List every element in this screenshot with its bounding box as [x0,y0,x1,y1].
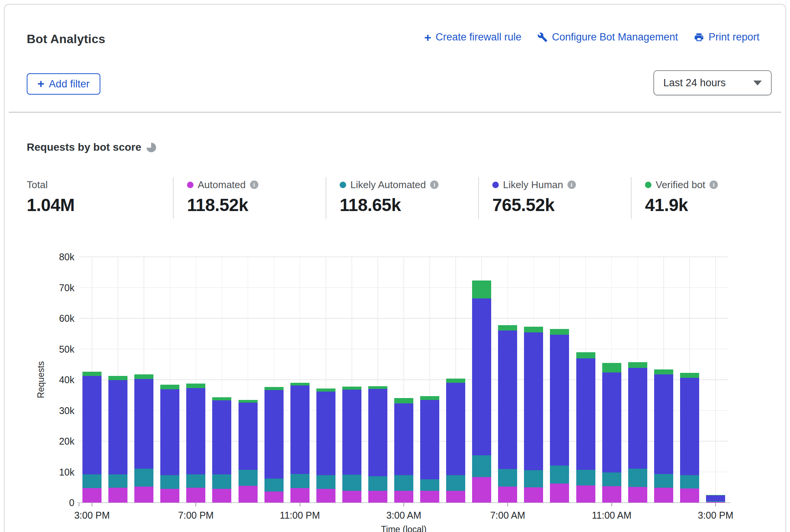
likely-automated-segment [446,475,465,491]
likely-automated-segment [239,470,258,486]
likely-human-segment [654,374,673,474]
likely-human-segment [524,332,543,470]
likely-human-segment [264,390,284,479]
likely-human-segment [108,380,127,474]
likely-automated-segment [602,472,621,486]
verified-bot-segment [394,398,413,403]
bar-8[interactable] [290,257,310,503]
bar-16[interactable] [498,257,517,503]
bar-23[interactable] [680,257,699,503]
x-tick-label: 11:00 AM [577,510,646,521]
verified-bot-segment [264,387,284,390]
likely-human-segment [628,368,647,469]
bar-17[interactable] [524,257,543,503]
bar-9[interactable] [316,257,335,503]
likely-human-segment [576,358,595,470]
x-tick [79,503,79,506]
y-tick-label: 70k [38,282,74,293]
likely-human-segment [290,385,310,474]
likely-automated-segment [368,476,387,491]
x-tick-label: 3:00 AM [369,510,438,521]
y-tick-label: 50k [38,344,74,355]
bar-4[interactable] [186,257,205,503]
bar-18[interactable] [550,257,569,503]
verified-bot-segment [239,400,258,403]
likely-human-segment [239,403,258,469]
chart-plot-area [79,257,729,503]
bar-7[interactable] [264,257,284,503]
bar-3[interactable] [160,257,179,503]
automated-segment [680,488,699,503]
likely-human-segment [420,400,439,479]
x-tick [403,503,404,506]
y-tick-label: 20k [38,436,74,447]
likely-human-segment [550,335,569,465]
likely-human-segment [186,388,205,474]
automated-segment [239,486,258,503]
likely-human-segment [212,400,231,474]
bar-22[interactable] [654,257,673,503]
likely-human-segment [316,392,335,475]
bar-20[interactable] [602,257,621,503]
likely-human-segment [342,390,361,475]
bar-11[interactable] [368,257,387,503]
verified-bot-segment [290,383,310,385]
likely-automated-segment [134,469,153,487]
automated-segment [108,488,127,503]
bar-14[interactable] [446,257,465,503]
verified-bot-segment [316,389,335,392]
bar-6[interactable] [239,257,258,503]
verified-bot-segment [576,352,595,358]
likely-human-segment [446,383,465,475]
likely-human-segment [368,389,387,476]
verified-bot-segment [472,281,491,298]
y-tick-label: 60k [38,313,74,324]
bar-2[interactable] [134,257,153,503]
likely-human-segment [680,378,699,475]
automated-segment [654,488,673,503]
verified-bot-segment [680,373,699,378]
likely-automated-segment [472,455,491,477]
verified-bot-segment [108,376,127,380]
automated-segment [420,491,439,503]
x-tick-label: 7:00 AM [473,510,542,521]
bar-15[interactable] [472,257,491,503]
automated-segment [290,488,310,503]
likely-automated-segment [524,470,543,487]
bar-0[interactable] [82,257,102,503]
x-axis-title: Time (local) [347,524,461,532]
bar-19[interactable] [576,257,595,503]
likely-automated-segment [706,501,725,502]
likely-human-segment [82,376,102,474]
likely-automated-segment [264,479,284,492]
automated-segment [342,491,361,503]
bot-analytics-card: Bot Analytics + Create firewall rule Con… [4,4,786,532]
x-tick [611,503,612,506]
likely-automated-segment [420,479,439,491]
likely-automated-segment [498,469,517,487]
verified-bot-segment [420,396,439,400]
verified-bot-segment [368,386,387,389]
automated-segment [446,491,465,503]
likely-human-segment [602,372,621,472]
verified-bot-segment [498,325,517,330]
x-tick-label: 7:00 PM [161,510,230,521]
requests-by-bot-score-chart: Requests Time (local) 010k20k30k40k50k60… [5,5,785,532]
bar-10[interactable] [342,257,361,503]
bar-1[interactable] [108,257,127,503]
verified-bot-segment [628,362,647,368]
bar-12[interactable] [394,257,413,503]
bar-24[interactable] [706,257,725,503]
bar-5[interactable] [212,257,231,503]
bar-21[interactable] [628,257,647,503]
x-tick-label: 11:00 PM [266,510,334,521]
bar-13[interactable] [420,257,439,503]
automated-segment [212,489,231,503]
automated-segment [134,487,153,503]
automated-segment [602,486,621,503]
likely-human-segment [498,330,517,469]
x-tick [92,503,92,506]
verified-bot-segment [654,369,673,375]
y-tick-label: 80k [38,251,74,262]
likely-automated-segment [550,466,569,484]
